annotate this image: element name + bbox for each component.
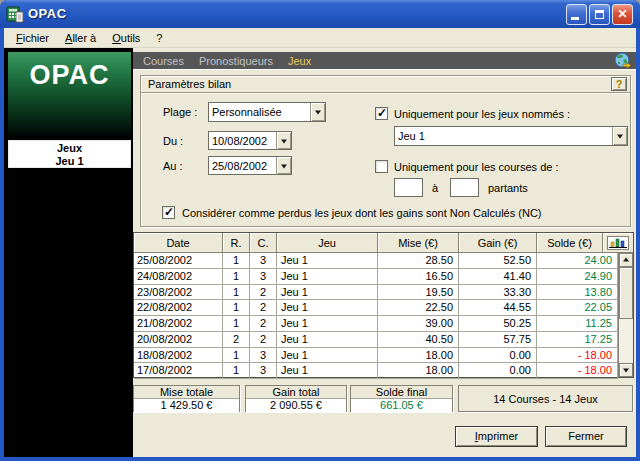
minimize-button[interactable]: [566, 4, 587, 25]
courses-de-checkbox[interactable]: [375, 160, 388, 173]
tab-pronostiqueurs[interactable]: Pronostiqueurs: [199, 55, 273, 67]
window-controls: ✕: [566, 4, 633, 25]
arrow-down-icon: [623, 368, 629, 372]
jeu-select[interactable]: Jeu 1: [394, 126, 628, 146]
du-dropdown-button[interactable]: [276, 132, 291, 149]
scroll-down-button[interactable]: [619, 363, 633, 377]
menu-aide[interactable]: ?: [148, 30, 170, 46]
cell-mise: 16.50: [378, 269, 459, 285]
cell-mise: 22.50: [378, 300, 459, 316]
menu-outils[interactable]: Outils: [104, 30, 148, 46]
du-label: Du :: [163, 135, 183, 147]
courses-de-label: Uniquement pour les courses de :: [394, 161, 558, 173]
close-icon: ✕: [613, 7, 632, 21]
header-c: C.: [250, 233, 277, 253]
cell-date: 17/08/2002: [134, 363, 223, 379]
plage-dropdown-button[interactable]: [310, 103, 325, 121]
cell-r: 1: [223, 348, 250, 364]
cell-c: 3: [250, 348, 277, 364]
au-dropdown-button[interactable]: [276, 157, 291, 174]
table-row[interactable]: 25/08/2002 1 3 Jeu 1 28.50 52.50 24.00: [134, 253, 618, 269]
fermer-button[interactable]: Fermer: [545, 426, 627, 447]
logo-text: OPAC: [29, 60, 109, 90]
opac-window: OPAC ✕ Fichier Aller à Outils ? OPAC Jeu…: [0, 0, 640, 461]
table-row[interactable]: 24/08/2002 1 3 Jeu 1 16.50 41.40 24.90: [134, 269, 618, 285]
chart-button[interactable]: [603, 233, 633, 253]
scroll-up-button[interactable]: [619, 253, 633, 267]
table-scrollbar[interactable]: [618, 253, 633, 377]
au-label: Au :: [163, 160, 183, 172]
nc-label: Considérer comme perdus les jeux dont le…: [182, 207, 542, 219]
table-row[interactable]: 23/08/2002 1 2 Jeu 1 19.50 33.30 13.80: [134, 285, 618, 301]
chevron-down-icon: [281, 164, 287, 168]
close-button[interactable]: ✕: [612, 4, 633, 25]
du-date-select[interactable]: 10/08/2002: [208, 131, 292, 150]
table-row[interactable]: 20/08/2002 2 2 Jeu 1 40.50 57.75 17.25: [134, 332, 618, 348]
nc-checkbox[interactable]: [162, 206, 175, 219]
cell-date: 18/08/2002: [134, 348, 223, 364]
jeu-select-value: Jeu 1: [398, 130, 610, 142]
tab-courses[interactable]: Courses: [143, 55, 184, 67]
partants-min-input[interactable]: [394, 178, 423, 197]
partants-max-input[interactable]: [450, 178, 479, 197]
cell-c: 3: [250, 253, 277, 269]
cell-r: 1: [223, 363, 250, 379]
cell-jeu: Jeu 1: [277, 332, 378, 348]
main-area: Courses Pronostiqueurs Jeux Paramètres: [133, 48, 636, 457]
cell-gain: 50.25: [459, 316, 537, 332]
menu-fichier[interactable]: Fichier: [8, 30, 57, 46]
app-icon[interactable]: [6, 5, 24, 23]
cell-solde: 11.25: [537, 316, 618, 332]
table-row[interactable]: 17/08/2002 1 3 Jeu 1 18.00 0.00 - 18.00: [134, 363, 618, 379]
cell-mise: 18.00: [378, 348, 459, 364]
parametres-bilan-panel: Paramètres bilan ? Plage : Personnalisée…: [140, 75, 631, 227]
cell-solde: 13.80: [537, 285, 618, 301]
sidebar-selection-box[interactable]: Jeux Jeu 1: [8, 140, 131, 168]
cell-mise: 18.00: [378, 363, 459, 379]
header-jeu: Jeu: [277, 233, 378, 253]
mise-totale-label: Mise totale: [134, 386, 239, 399]
table-body: 25/08/2002 1 3 Jeu 1 28.50 52.50 24.00 2…: [134, 253, 618, 377]
menu-aller-a[interactable]: Aller à: [57, 30, 104, 46]
header-mise: Mise (€): [378, 233, 459, 253]
window-title: OPAC: [28, 6, 67, 21]
cell-date: 25/08/2002: [134, 253, 223, 269]
panel-title: Paramètres bilan: [148, 78, 231, 90]
table-row[interactable]: 21/08/2002 1 2 Jeu 1 39.00 50.25 11.25: [134, 316, 618, 332]
cell-mise: 19.50: [378, 285, 459, 301]
help-button[interactable]: ?: [611, 77, 627, 91]
imprimer-button[interactable]: Imprimer: [455, 426, 538, 447]
header-solde: Solde (€): [537, 233, 603, 253]
jeu-dropdown-button[interactable]: [612, 127, 627, 145]
maximize-button[interactable]: [589, 4, 610, 25]
cell-jeu: Jeu 1: [277, 269, 378, 285]
chevron-down-icon: [281, 139, 287, 143]
cell-jeu: Jeu 1: [277, 363, 378, 379]
tab-jeux[interactable]: Jeux: [288, 55, 311, 67]
cell-r: 1: [223, 300, 250, 316]
cell-mise: 40.50: [378, 332, 459, 348]
minimize-icon: [571, 17, 579, 20]
table-row[interactable]: 22/08/2002 1 2 Jeu 1 22.50 44.55 22.05: [134, 300, 618, 316]
partants-suffix: partants: [488, 182, 528, 194]
globe-icon[interactable]: [614, 52, 632, 70]
scrollbar-thumb[interactable]: [619, 267, 633, 319]
menubar: Fichier Aller à Outils ?: [4, 28, 636, 48]
jeux-nommes-checkbox[interactable]: [375, 107, 388, 120]
cell-jeu: Jeu 1: [277, 300, 378, 316]
chevron-down-icon: [617, 134, 623, 138]
header-date: Date: [134, 233, 223, 253]
cell-gain: 41.40: [459, 269, 537, 285]
cell-r: 1: [223, 269, 250, 285]
cell-gain: 33.30: [459, 285, 537, 301]
gain-total-box: Gain total 2 090.55 €: [245, 385, 347, 412]
cell-gain: 57.75: [459, 332, 537, 348]
solde-final-box: Solde final 661.05 €: [350, 385, 453, 412]
body-area: OPAC Jeux Jeu 1 Courses Pronostiqueurs J…: [4, 48, 636, 457]
cell-r: 1: [223, 285, 250, 301]
table-row[interactable]: 18/08/2002 1 3 Jeu 1 18.00 0.00 - 18.00: [134, 348, 618, 364]
imprimer-button-label: Imprimer: [475, 427, 518, 446]
plage-select[interactable]: Personnalisée: [208, 102, 326, 122]
arrow-up-icon: [623, 258, 629, 262]
au-date-select[interactable]: 25/08/2002: [208, 156, 292, 175]
